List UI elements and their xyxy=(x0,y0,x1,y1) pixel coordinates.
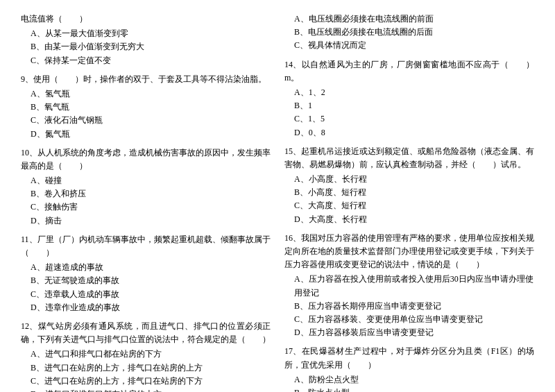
option: B、由某一最小值渐变到无穷大 xyxy=(21,40,271,53)
option: A、氢气瓶 xyxy=(21,87,271,101)
option: D、0、8 xyxy=(284,126,534,139)
option: B、电压线圈必须接在电流线圈的后面 xyxy=(284,26,534,39)
option: C、违章载人造成的事故 xyxy=(21,288,271,301)
question-block-11: 11、厂里（厂）内机动车辆事故中，频繁起重机超载、倾翻事故属于（ ） A、超速造… xyxy=(21,233,271,314)
question-block-14: 14、以自然通风为主的厂房，厂房侧窗窗槛地面不应高于（ ）m。 A、1、2 B、… xyxy=(284,58,534,139)
question-block-13-opts: A、电压线圈必须接在电流线圈的前面 B、电压线圈必须接在电流线圈的后面 C、视具… xyxy=(284,12,534,53)
option: A、超速造成的事故 xyxy=(21,261,271,274)
option: B、小高度、短行程 xyxy=(284,186,534,199)
option: A、碰撞 xyxy=(21,174,271,187)
page-content: 电流值将（ ） A、从某一最大值渐变到零 B、由某一最小值渐变到无穷大 C、保持… xyxy=(21,12,534,392)
option: A、防粉尘点火型 xyxy=(284,373,534,386)
option: B、氧气瓶 xyxy=(21,101,271,114)
option: D、压力容器移装后应当申请变更登记 xyxy=(284,326,534,339)
option: C、液化石油气钢瓶 xyxy=(21,114,271,127)
question-text-15: 15、起重机吊运接近或达到额定值、或船吊危险器物（液态金属、有害物、易燃易爆物）… xyxy=(284,145,534,171)
option: C、1、5 xyxy=(284,112,534,126)
option: D、违章作业造成的事故 xyxy=(21,301,271,314)
question-text-12: 12、煤气站房必须有通风系统，而且进气口、排气口的位置必须正确，下列有关进气口与… xyxy=(21,320,271,346)
option: C、视具体情况而定 xyxy=(284,39,534,52)
question-block-17: 17、在民爆器材生产过程中，对于爆炸分区分为且类（F1区）的场所，宜优先采用（ … xyxy=(284,345,534,392)
option: A、进气口和排气口都在站房的下方 xyxy=(21,348,271,361)
question-text-10: 10、从人机系统的角度考虑，造成机械伤害事故的原因中，发生频率最高的是（ ） xyxy=(21,146,271,173)
option: A、从某一最大值渐变到零 xyxy=(21,27,271,40)
option: B、进气口在站房的上方，排气口在站房的上方 xyxy=(21,361,271,375)
left-column: 电流值将（ ） A、从某一最大值渐变到零 B、由某一最小值渐变到无穷大 C、保持… xyxy=(21,12,271,392)
question-text-9: 9、使用（ ）时，操作者的双于、于套及工具等不得沾染油脂。 xyxy=(21,73,271,86)
option: A、电压线圈必须接在电流线圈的前面 xyxy=(284,12,534,26)
option: B、卷入和挤压 xyxy=(21,187,271,201)
right-column: A、电压线圈必须接在电流线圈的前面 B、电压线圈必须接在电流线圈的后面 C、视具… xyxy=(284,12,534,392)
question-block-9: 9、使用（ ）时，操作者的双于、于套及工具等不得沾染油脂。 A、氢气瓶 B、氧气… xyxy=(21,73,271,141)
option: C、压力容器移装、变更使用单位应当申请变更登记 xyxy=(284,313,534,326)
option: C、保持某一定值不变 xyxy=(21,54,271,67)
option: D、大高度、长行程 xyxy=(284,213,534,226)
option: C、进气口在站房的上方，排气口在站房的下方 xyxy=(21,375,271,388)
option: A、压力容器在投入使用前或者投入使用后30日内应当申请办理使用登记 xyxy=(284,273,534,299)
question-text-current: 电流值将（ ） xyxy=(21,12,271,26)
option: D、氮气瓶 xyxy=(21,128,271,141)
question-text-11: 11、厂里（厂）内机动车辆事故中，频繁起重机超载、倾翻事故属于（ ） xyxy=(21,233,271,259)
question-text-17: 17、在民爆器材生产过程中，对于爆炸分区分为且类（F1区）的场所，宜优先采用（ … xyxy=(284,345,534,371)
question-text-14: 14、以自然通风为主的厂房，厂房侧窗窗槛地面不应高于（ ）m。 xyxy=(284,58,534,85)
option: C、接触伤害 xyxy=(21,201,271,214)
question-block-10: 10、从人机系统的角度考虑，造成机械伤害事故的原因中，发生频率最高的是（ ） A… xyxy=(21,146,271,228)
question-block-16: 16、我国对压力容器的使用管理有严格的要求，使用单位应按相关规定向所在地的质量技… xyxy=(284,232,534,340)
option: A、1、2 xyxy=(284,86,534,99)
question-block-current: 电流值将（ ） A、从某一最大值渐变到零 B、由某一最小值渐变到无穷大 C、保持… xyxy=(21,12,271,67)
option: B、防水点火型 xyxy=(284,386,534,392)
option: D、摘击 xyxy=(21,214,271,228)
option: B、压力容器长期停用应当申请变更登记 xyxy=(284,300,534,313)
question-block-12: 12、煤气站房必须有通风系统，而且进气口、排气口的位置必须正确，下列有关进气口与… xyxy=(21,320,271,392)
question-block-15: 15、起重机吊运接近或达到额定值、或船吊危险器物（液态金属、有害物、易燃易爆物）… xyxy=(284,145,534,226)
option: D、进气口和排气口都在站房的上方 xyxy=(21,388,271,392)
option: A、小高度、长行程 xyxy=(284,173,534,186)
option: B、1 xyxy=(284,99,534,112)
option: B、无证驾驶造成的事故 xyxy=(21,274,271,287)
question-text-16: 16、我国对压力容器的使用管理有严格的要求，使用单位应按相关规定向所在地的质量技… xyxy=(284,232,534,272)
option: C、大高度、短行程 xyxy=(284,199,534,212)
